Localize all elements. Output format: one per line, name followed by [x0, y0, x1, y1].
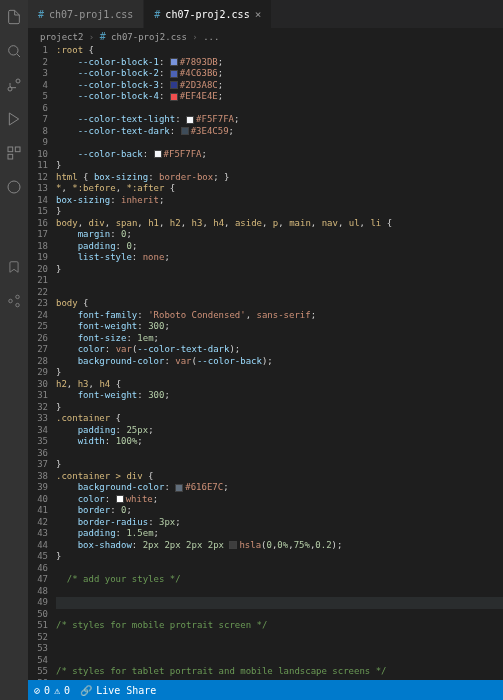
code-line[interactable]: --color-back: #F5F7FA;: [56, 149, 503, 161]
svg-point-1: [16, 79, 20, 83]
color-swatch: [116, 495, 124, 503]
share-icon[interactable]: [5, 292, 23, 310]
color-swatch: [170, 58, 178, 66]
code-line[interactable]: color: var(--color-text-dark);: [56, 344, 503, 356]
breadcrumb-part: ...: [203, 32, 219, 42]
code-line[interactable]: }: [56, 367, 503, 379]
chevron-icon: ›: [192, 32, 203, 42]
code-line[interactable]: *, *:before, *:after {: [56, 183, 503, 195]
code-line[interactable]: }: [56, 206, 503, 218]
code-line[interactable]: :root {: [56, 45, 503, 57]
breadcrumb[interactable]: project2 › # ch07-proj2.css › ...: [28, 28, 503, 45]
code-line[interactable]: }: [56, 160, 503, 172]
code-line[interactable]: background-color: var(--color-back);: [56, 356, 503, 368]
code-line[interactable]: box-sizing: inherit;: [56, 195, 503, 207]
search-icon[interactable]: [5, 42, 23, 60]
editor[interactable]: 1234567891011121314151617181920212223242…: [28, 45, 503, 680]
status-bar: ⊘ 0 ⚠ 0 🔗 Live Share: [28, 680, 503, 700]
code-line[interactable]: [56, 287, 503, 299]
code-line[interactable]: --color-text-dark: #3E4C59;: [56, 126, 503, 138]
code-line[interactable]: body, div, span, h1, h2, h3, h4, aside, …: [56, 218, 503, 230]
code-line[interactable]: padding: 25px;: [56, 425, 503, 437]
bookmark-icon[interactable]: [5, 258, 23, 276]
code-line[interactable]: --color-block-2: #4C63B6;: [56, 68, 503, 80]
status-errors-warnings[interactable]: ⊘ 0 ⚠ 0: [34, 685, 70, 696]
code-line[interactable]: [56, 655, 503, 667]
close-icon[interactable]: ×: [255, 8, 262, 21]
code-line[interactable]: font-weight: 300;: [56, 321, 503, 333]
code-line[interactable]: body {: [56, 298, 503, 310]
tab-label: ch07-proj1.css: [49, 9, 133, 20]
code-line[interactable]: /* styles for mobile protrait screen */: [56, 620, 503, 632]
code-line[interactable]: border-radius: 3px;: [56, 517, 503, 529]
code-line[interactable]: h2, h3, h4 {: [56, 379, 503, 391]
extensions-icon[interactable]: [5, 144, 23, 162]
svg-point-7: [8, 181, 20, 193]
code-line[interactable]: [56, 137, 503, 149]
svg-rect-4: [8, 147, 13, 152]
code-area[interactable]: :root { --color-block-1: #7893DB; --colo…: [56, 45, 503, 680]
breadcrumb-part: ch07-proj2.css: [111, 32, 187, 42]
code-line[interactable]: --color-text-light: #F5F7FA;: [56, 114, 503, 126]
color-swatch: [181, 127, 189, 135]
breadcrumb-part: project2: [40, 32, 83, 42]
code-line[interactable]: padding: 1.5em;: [56, 528, 503, 540]
tab-file-2[interactable]: # ch07-proj2.css ×: [144, 0, 272, 28]
code-line[interactable]: [56, 586, 503, 598]
code-line[interactable]: margin: 0;: [56, 229, 503, 241]
source-control-icon[interactable]: [5, 76, 23, 94]
svg-point-9: [9, 299, 13, 303]
svg-point-0: [9, 46, 18, 55]
code-line[interactable]: }: [56, 551, 503, 563]
code-line[interactable]: [56, 103, 503, 115]
live-share-label: Live Share: [96, 685, 156, 696]
debug-icon[interactable]: [5, 110, 23, 128]
code-line[interactable]: width: 100%;: [56, 436, 503, 448]
code-line[interactable]: }: [56, 459, 503, 471]
activity-bar: [0, 0, 28, 700]
circle-icon[interactable]: [5, 178, 23, 196]
css-icon: #: [100, 31, 106, 42]
code-line[interactable]: box-shadow: 2px 2px 2px 2px hsla(0,0%,75…: [56, 540, 503, 552]
code-line[interactable]: font-weight: 300;: [56, 390, 503, 402]
code-line[interactable]: [56, 563, 503, 575]
svg-point-10: [16, 303, 20, 307]
code-line[interactable]: --color-block-1: #7893DB;: [56, 57, 503, 69]
code-line[interactable]: .container {: [56, 413, 503, 425]
code-line[interactable]: [56, 632, 503, 644]
color-swatch: [170, 81, 178, 89]
code-line[interactable]: font-family: 'Roboto Condensed', sans-se…: [56, 310, 503, 322]
code-line[interactable]: }: [56, 264, 503, 276]
svg-marker-3: [9, 113, 18, 125]
code-line[interactable]: --color-block-4: #EF4E4E;: [56, 91, 503, 103]
code-line[interactable]: /* styles for tablet portrait and mobile…: [56, 666, 503, 678]
files-icon[interactable]: [5, 8, 23, 26]
code-line[interactable]: [56, 448, 503, 460]
warning-icon: ⚠: [54, 685, 60, 696]
error-icon: ⊘: [34, 685, 40, 696]
code-line[interactable]: }: [56, 402, 503, 414]
css-icon: #: [38, 9, 44, 20]
code-line[interactable]: html { box-sizing: border-box; }: [56, 172, 503, 184]
code-line[interactable]: [56, 275, 503, 287]
code-line[interactable]: .container > div {: [56, 471, 503, 483]
code-line[interactable]: padding: 0;: [56, 241, 503, 253]
code-line[interactable]: /* add your styles */: [56, 574, 503, 586]
code-line[interactable]: [56, 643, 503, 655]
code-line[interactable]: list-style: none;: [56, 252, 503, 264]
code-line[interactable]: border: 0;: [56, 505, 503, 517]
svg-rect-5: [15, 147, 20, 152]
warning-count: 0: [64, 685, 70, 696]
status-live-share[interactable]: 🔗 Live Share: [80, 685, 156, 696]
tab-file-1[interactable]: # ch07-proj1.css: [28, 0, 144, 28]
code-line[interactable]: font-size: 1em;: [56, 333, 503, 345]
color-swatch: [229, 541, 237, 549]
tab-label: ch07-proj2.css: [165, 9, 249, 20]
svg-point-8: [16, 295, 20, 299]
code-line[interactable]: --color-block-3: #2D3A8C;: [56, 80, 503, 92]
code-line[interactable]: [56, 609, 503, 621]
code-line[interactable]: background-color: #616E7C;: [56, 482, 503, 494]
code-line[interactable]: color: white;: [56, 494, 503, 506]
color-swatch: [154, 150, 162, 158]
code-line[interactable]: [56, 597, 503, 609]
